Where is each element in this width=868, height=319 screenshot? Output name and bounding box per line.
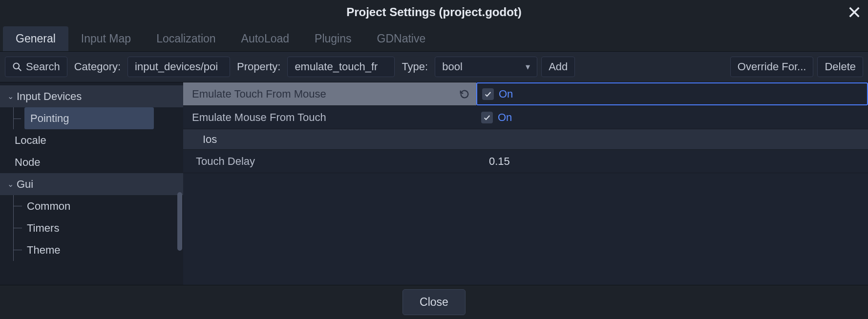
type-select[interactable]: bool ▾ bbox=[435, 57, 537, 77]
type-value: bool bbox=[442, 60, 463, 73]
tab-autoload[interactable]: AutoLoad bbox=[229, 26, 302, 51]
svg-point-0 bbox=[14, 63, 20, 69]
settings-toolbar: Search Category: Property: Type: bool ▾ … bbox=[0, 52, 868, 82]
tab-bar: General Input Map Localization AutoLoad … bbox=[0, 24, 868, 52]
prop-touch-delay: Touch Delay 0.15 bbox=[183, 150, 868, 173]
checkbox-emulate-touch[interactable] bbox=[482, 88, 494, 100]
prop-emulate-touch-from-mouse: Emulate Touch From Mouse On bbox=[183, 82, 868, 106]
property-panel: Emulate Touch From Mouse On Emulate Mous… bbox=[183, 82, 868, 285]
add-button[interactable]: Add bbox=[541, 57, 575, 77]
search-button[interactable]: Search bbox=[5, 57, 67, 77]
svg-line-1 bbox=[19, 68, 21, 71]
tree-item-input-devices[interactable]: ⌄ Input Devices bbox=[0, 85, 183, 107]
tree-item-locale[interactable]: Locale bbox=[0, 129, 183, 151]
search-label: Search bbox=[26, 60, 60, 73]
property-input[interactable] bbox=[287, 57, 395, 77]
tree-item-common[interactable]: Common bbox=[0, 195, 183, 217]
category-tree: ⌄ Input Devices Pointing Locale Node ⌄ G… bbox=[0, 82, 183, 285]
tree-item-theme[interactable]: Theme bbox=[0, 239, 183, 261]
prop-value[interactable]: 0.15 bbox=[489, 155, 510, 168]
tab-plugins[interactable]: Plugins bbox=[302, 26, 364, 51]
delete-button[interactable]: Delete bbox=[817, 57, 863, 77]
category-label: Category: bbox=[71, 60, 124, 73]
prop-label: Emulate Touch From Mouse bbox=[192, 88, 326, 100]
close-button[interactable]: Close bbox=[402, 289, 466, 315]
close-icon[interactable] bbox=[847, 5, 861, 19]
type-label: Type: bbox=[399, 60, 431, 73]
prop-label: Emulate Mouse From Touch bbox=[192, 111, 326, 124]
tab-gdnative[interactable]: GDNative bbox=[364, 26, 439, 51]
prop-emulate-mouse-from-touch: Emulate Mouse From Touch On bbox=[183, 106, 868, 129]
chevron-down-icon: ▾ bbox=[526, 61, 530, 72]
prop-label: Touch Delay bbox=[196, 155, 255, 168]
dialog-footer: Close bbox=[0, 285, 868, 319]
scrollbar-thumb[interactable] bbox=[177, 192, 182, 251]
category-input[interactable] bbox=[127, 57, 230, 77]
title-bar: Project Settings (project.godot) bbox=[0, 0, 868, 24]
checkbox-on-label: On bbox=[499, 88, 513, 100]
override-button[interactable]: Override For... bbox=[730, 57, 814, 77]
tree-item-gui[interactable]: ⌄ Gui bbox=[0, 173, 183, 195]
tree-item-timers[interactable]: Timers bbox=[0, 217, 183, 239]
tree-item-pointing[interactable]: Pointing bbox=[0, 107, 183, 129]
chevron-down-icon: ⌄ bbox=[6, 92, 15, 101]
tab-localization[interactable]: Localization bbox=[144, 26, 228, 51]
revert-icon[interactable] bbox=[458, 87, 471, 101]
checkbox-emulate-mouse[interactable] bbox=[481, 112, 493, 123]
property-label: Property: bbox=[234, 60, 283, 73]
checkbox-on-label: On bbox=[498, 111, 512, 124]
window-title: Project Settings (project.godot) bbox=[346, 5, 522, 19]
tab-input-map[interactable]: Input Map bbox=[68, 26, 144, 51]
tree-item-node[interactable]: Node bbox=[0, 151, 183, 173]
section-ios[interactable]: Ios bbox=[183, 129, 868, 150]
main-split: ⌄ Input Devices Pointing Locale Node ⌄ G… bbox=[0, 82, 868, 285]
chevron-down-icon: ⌄ bbox=[6, 179, 15, 189]
tab-general[interactable]: General bbox=[3, 26, 68, 51]
search-icon bbox=[12, 62, 22, 72]
